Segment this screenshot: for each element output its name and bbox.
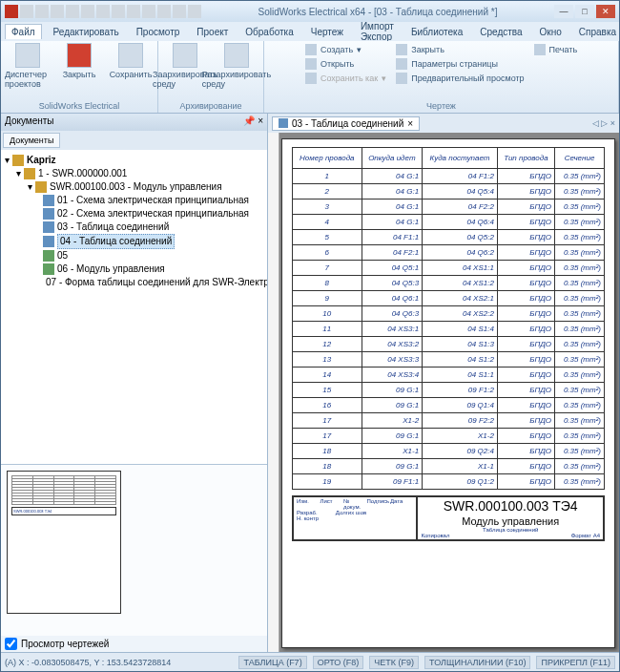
table-row: 1909 F1:109 Q1:2БПДО0.35 (mm²): [293, 474, 605, 490]
folder-icon: [12, 155, 24, 166]
print-preview-button[interactable]: Предварительный просмотр: [394, 72, 526, 85]
status-attach-button[interactable]: ПРИКРЕПЛ (F11): [536, 656, 615, 669]
menu-edit[interactable]: Редактировать: [48, 25, 125, 39]
tab-close-icon[interactable]: ×: [407, 118, 413, 129]
menu-process[interactable]: Обработка: [239, 25, 299, 39]
qat-btn[interactable]: [157, 5, 171, 18]
table-icon: [43, 221, 54, 233]
drawing-thumbnail[interactable]: SWR.000100.003 ТЭ4: [7, 471, 121, 614]
table-row: 704 Q5:104 XS1:1БПДО0.35 (mm²): [293, 261, 605, 276]
table-row: 18X1-109 Q2:4БПДО0.35 (mm²): [293, 444, 605, 459]
table-row: 604 F2:104 Q6:2БПДО0.35 (mm²): [293, 245, 605, 261]
table-row: 1809 G:1X1-1БПДО0.35 (mm²): [293, 459, 605, 474]
unarchive-button[interactable]: Разархивировать среду: [214, 43, 259, 89]
qat-btn[interactable]: [112, 5, 125, 18]
open-button[interactable]: Открыть: [303, 57, 388, 71]
table-row: 204 G:104 Q5:4БПДО0.35 (mm²): [293, 184, 605, 200]
doc-icon: [279, 118, 288, 128]
table-row: 504 F1:104 Q5:2БПДО0.35 (mm²): [293, 230, 605, 245]
statusbar: (A) X : -0.0830508475, Y : 153.542372881…: [1, 652, 619, 671]
folder-icon: [35, 181, 47, 193]
qat-btn[interactable]: [127, 5, 140, 18]
documents-pane: Документы📌 × Документы ▾Kapriz ▾1 - SWR.…: [1, 114, 268, 652]
connection-table: Номер провода Опкуда идет Куда поступает…: [292, 147, 605, 490]
doc-icon: [43, 250, 54, 262]
table-icon: [43, 236, 54, 247]
qat-btn[interactable]: [188, 5, 201, 18]
preview-icon: [396, 73, 407, 84]
menubar: Файл Редактировать Просмотр Проект Обраб…: [1, 22, 619, 41]
table-row: 1204 XS3:204 S1:3БПДО0.35 (mm²): [293, 337, 605, 352]
window-title: SolidWorks Electrical x64 - [03 - Таблиц…: [201, 7, 554, 17]
save-button[interactable]: Сохранить: [108, 43, 154, 79]
qat-btn[interactable]: [173, 5, 186, 18]
document-tab[interactable]: 03 - Таблица соединений×: [272, 116, 420, 131]
status-table-button[interactable]: ТАБЛИЦА (F7): [238, 656, 306, 669]
print-button[interactable]: Печать: [532, 43, 579, 56]
folder-icon: [24, 168, 35, 179]
tab-documents[interactable]: Документы: [3, 133, 60, 148]
print-icon: [534, 44, 546, 55]
archive-icon: [173, 43, 197, 68]
window: SolidWorks Electrical x64 - [03 - Таблиц…: [0, 0, 620, 672]
menu-library[interactable]: Библиотека: [405, 25, 468, 39]
qat-btn[interactable]: [66, 5, 79, 18]
schematic-icon: [43, 195, 54, 206]
dock-pin-icon[interactable]: 📌 ×: [243, 116, 263, 129]
open-icon: [305, 58, 317, 70]
close-drawing-button[interactable]: Закрыть: [394, 43, 526, 56]
table-row: 1304 XS3:304 S1:2БПДО0.35 (mm²): [293, 352, 605, 368]
tree-selected[interactable]: 04 - Таблица соединений: [57, 234, 175, 249]
preview-panel: SWR.000100.003 ТЭ4: [1, 464, 267, 636]
dispatch-button[interactable]: Диспетчер проектов: [5, 43, 51, 89]
close-project-button[interactable]: Закрыть: [56, 43, 102, 79]
page-icon: [396, 58, 407, 70]
dispatch-icon: [15, 43, 40, 68]
preview-checkbox[interactable]: Просмотр чертежей: [1, 636, 267, 652]
ribbon: Диспетчер проектов Закрыть Сохранить Sol…: [1, 41, 619, 114]
menu-window[interactable]: Окно: [534, 25, 568, 39]
table-row: 1609 G:109 Q1:4БПДО0.35 (mm²): [293, 398, 605, 413]
create-button[interactable]: Создать ▾: [303, 43, 388, 56]
menu-view[interactable]: Просмотр: [131, 25, 186, 39]
qat-btn[interactable]: [35, 5, 49, 18]
qat-btn[interactable]: [142, 5, 155, 18]
document-tabstrip: 03 - Таблица соединений× ◁ ▷ ×: [268, 114, 619, 133]
status-lineweight-button[interactable]: ТОЛЩИНАЛИНИИ (F10): [424, 656, 530, 669]
doc-icon: [43, 263, 54, 275]
minimize-button[interactable]: —: [554, 5, 573, 18]
app-icon: [5, 5, 18, 18]
table-row: 804 Q5:304 XS1:2БПДО0.35 (mm²): [293, 276, 605, 291]
table-row: 1509 G:109 F1:2БПДО0.35 (mm²): [293, 383, 605, 398]
archive-button[interactable]: Заархивировать среду: [162, 43, 208, 89]
table-row: 904 Q6:104 XS2:1БПДО0.35 (mm²): [293, 291, 605, 306]
saveas-icon: [305, 73, 317, 84]
menu-drawing[interactable]: Чертеж: [305, 25, 349, 39]
status-ortho-button[interactable]: ОРТО (F8): [313, 656, 364, 669]
close-icon: [67, 43, 92, 68]
save-icon: [118, 43, 143, 68]
maximize-button[interactable]: □: [575, 5, 594, 18]
menu-project[interactable]: Проект: [191, 25, 234, 39]
qat-btn[interactable]: [51, 5, 64, 18]
table-row: 104 G:104 F1:2БПДО0.35 (mm²): [293, 169, 605, 184]
menu-help[interactable]: Справка: [573, 25, 620, 39]
dock-title: Документы📌 ×: [1, 114, 267, 131]
status-snap-button[interactable]: ЧЕТК (F9): [369, 656, 419, 669]
saveas-button[interactable]: Сохранить как ▾: [303, 72, 388, 85]
table-row: 1104 XS3:104 S1:4БПДО0.35 (mm²): [293, 322, 605, 337]
titlebar: SolidWorks Electrical x64 - [03 - Таблиц…: [1, 1, 619, 22]
qat-btn[interactable]: [20, 5, 33, 18]
menu-file[interactable]: Файл: [5, 24, 42, 39]
quick-access-toolbar: [5, 5, 201, 18]
unarchive-icon: [224, 43, 249, 68]
drawing-viewport[interactable]: Номер провода Опкуда идет Куда поступает…: [268, 133, 619, 652]
table-row: 1004 Q6:304 XS2:2БПДО0.35 (mm²): [293, 306, 605, 322]
page-params-button[interactable]: Параметры страницы: [394, 57, 526, 71]
menu-tools[interactable]: Средства: [474, 25, 527, 39]
close-button[interactable]: ✕: [596, 5, 615, 18]
qat-btn[interactable]: [81, 5, 94, 18]
title-block: Изм.Лист№ докум.ПодписьДата Разраб.Долги…: [292, 495, 605, 541]
qat-btn[interactable]: [96, 5, 110, 18]
project-tree[interactable]: ▾Kapriz ▾1 - SWR.000000.001 ▾SWR.000100.…: [1, 150, 267, 464]
